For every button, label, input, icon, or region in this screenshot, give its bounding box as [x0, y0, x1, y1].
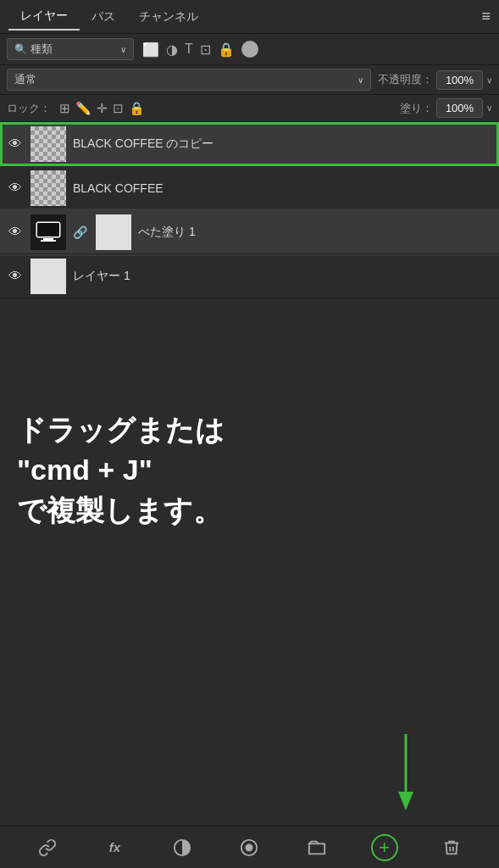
fill-value[interactable]: 100%: [436, 98, 483, 118]
new-adjustment-button[interactable]: [169, 834, 196, 861]
instruction-line1: ドラッグまたは: [17, 410, 482, 451]
fill-label: 塗り：: [400, 101, 433, 116]
lock-label: ロック：: [7, 101, 51, 116]
layer-item[interactable]: 👁 BLACK COFFEE: [0, 166, 499, 210]
opacity-arrow[interactable]: ∨: [486, 75, 492, 85]
panel-menu-icon[interactable]: ≡: [481, 8, 491, 25]
layer-name: べた塗り 1: [138, 225, 492, 240]
svg-rect-2: [43, 238, 53, 240]
filter-shape-icon[interactable]: ⊡: [200, 42, 211, 58]
svg-rect-1: [37, 223, 59, 236]
fx-button[interactable]: fx: [101, 834, 128, 861]
bottom-toolbar: fx +: [0, 826, 499, 868]
opacity-group: 不透明度： 100% ∨: [378, 70, 492, 90]
layer-thumbnail: [30, 214, 66, 250]
layer-list: 👁 BLACK COFFEE のコピー 👁 BLACK COFFEE 👁: [0, 122, 499, 390]
layer-thumbnail: [30, 259, 66, 294]
layer-visibility-toggle[interactable]: 👁: [7, 225, 24, 240]
layer-visibility-toggle[interactable]: 👁: [7, 269, 24, 284]
fx-label: fx: [109, 840, 120, 854]
tab-paths[interactable]: パス: [80, 4, 127, 30]
instruction-area: ドラッグまたは "cmd + J" で複製します。: [0, 390, 499, 552]
blend-row: 通常 ∨ 不透明度： 100% ∨: [0, 65, 499, 95]
down-arrow-svg: [389, 734, 423, 819]
svg-marker-5: [398, 792, 413, 810]
tab-channels[interactable]: チャンネル: [127, 4, 210, 30]
filter-color-thumb: [241, 41, 258, 58]
blend-mode-label: 通常: [14, 72, 36, 87]
svg-point-8: [246, 843, 253, 851]
new-layer-label: +: [379, 837, 390, 859]
layer-thumbnail: [30, 170, 66, 206]
filter-row: 🔍 種類 ∨ ⬜ ◑ T ⊡ 🔒: [0, 34, 499, 65]
arrow-container: [0, 551, 499, 826]
blend-mode-arrow: ∨: [358, 75, 363, 85]
chain-icon: 🔗: [73, 225, 87, 239]
svg-rect-3: [41, 240, 56, 242]
filter-pixel-icon[interactable]: ⬜: [142, 42, 159, 58]
new-layer-button[interactable]: +: [371, 834, 398, 861]
layer-item[interactable]: 👁 🔗 べた塗り 1: [0, 210, 499, 254]
layer-item[interactable]: 👁 BLACK COFFEE のコピー: [0, 122, 499, 166]
lock-move-icon[interactable]: ✛: [97, 101, 108, 116]
layer-visibility-toggle[interactable]: 👁: [7, 181, 24, 196]
layer-item[interactable]: 👁 レイヤー 1: [0, 254, 499, 298]
filter-adjustment-icon[interactable]: ◑: [166, 42, 178, 58]
lock-transparent-icon[interactable]: ⊞: [59, 101, 70, 116]
filter-smartobject-icon[interactable]: 🔒: [218, 42, 235, 58]
instruction-line2: "cmd + J": [17, 450, 482, 491]
search-icon: 🔍: [14, 43, 27, 55]
layer-thumbnail: [30, 126, 66, 162]
instruction-line3: で複製します。: [17, 491, 482, 531]
new-fill-button[interactable]: [236, 834, 263, 861]
layer-mask-thumbnail: [96, 214, 131, 250]
new-group-button[interactable]: [303, 834, 330, 861]
layers-panel: レイヤー パス チャンネル ≡ 🔍 種類 ∨ ⬜ ◑ T ⊡ 🔒 通常 ∨ 不透…: [0, 0, 499, 868]
filter-icons-group: ⬜ ◑ T ⊡ 🔒: [142, 41, 258, 58]
instruction-text: ドラッグまたは "cmd + J" で複製します。: [17, 410, 482, 531]
fill-group: 塗り： 100% ∨: [400, 98, 492, 118]
filter-type-text-icon[interactable]: T: [185, 42, 193, 57]
lock-row: ロック： ⊞ ✏️ ✛ ⊡ 🔒 塗り： 100% ∨: [0, 95, 499, 122]
opacity-label: 不透明度：: [378, 72, 433, 87]
lock-paint-icon[interactable]: ✏️: [75, 101, 91, 116]
lock-icons-group: ⊞ ✏️ ✛ ⊡ 🔒: [59, 101, 145, 116]
delete-layer-button[interactable]: [438, 834, 465, 861]
opacity-value[interactable]: 100%: [436, 70, 483, 90]
layer-name: レイヤー 1: [73, 269, 492, 284]
monitor-icon: [35, 219, 62, 246]
layer-name: BLACK COFFEE: [73, 181, 492, 195]
tab-bar: レイヤー パス チャンネル ≡: [0, 0, 499, 34]
layer-name: BLACK COFFEE のコピー: [73, 136, 492, 152]
filter-type-select[interactable]: 🔍 種類 ∨: [7, 38, 134, 60]
tab-layers[interactable]: レイヤー: [8, 3, 80, 31]
blend-mode-select[interactable]: 通常 ∨: [7, 69, 371, 91]
link-layers-button[interactable]: [34, 834, 61, 861]
filter-type-label: 種類: [30, 42, 53, 57]
layer-visibility-toggle[interactable]: 👁: [7, 136, 24, 152]
filter-type-arrow: ∨: [120, 45, 126, 54]
fill-arrow[interactable]: ∨: [486, 103, 492, 113]
lock-all-icon[interactable]: 🔒: [129, 101, 145, 116]
lock-artboard-icon[interactable]: ⊡: [113, 101, 124, 116]
